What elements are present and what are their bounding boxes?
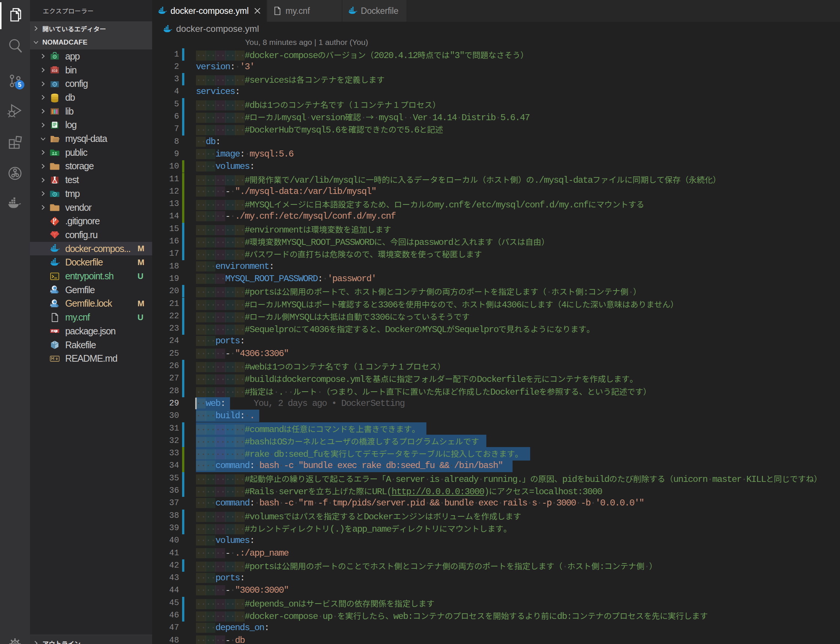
- svg-text:010: 010: [52, 69, 58, 72]
